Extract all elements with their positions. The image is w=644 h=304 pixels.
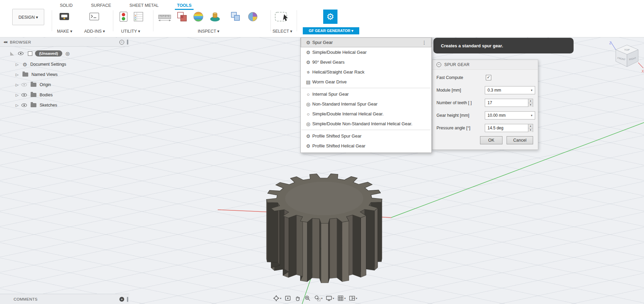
menu-item-profile-shifted-helical-gear[interactable]: ⚙ Profile Shifted Helical Gear xyxy=(301,141,431,151)
inspect-group-label[interactable]: INSPECT ▾ xyxy=(194,29,223,34)
utility-group-label[interactable]: UTILITY ▾ xyxy=(117,29,144,34)
select-icon[interactable] xyxy=(274,10,291,25)
orbit-icon[interactable]: ▾ xyxy=(273,295,281,302)
add-comment-icon[interactable]: + xyxy=(119,297,124,302)
ok-button[interactable]: OK xyxy=(480,136,502,144)
pressure-angle-spinner[interactable]: ▲ ▼ xyxy=(528,124,533,132)
component-color-icon[interactable] xyxy=(247,11,259,24)
browser-row-bodies[interactable]: ▷ Bodies xyxy=(16,91,53,99)
collapse-browser-icon[interactable]: ◀◀ xyxy=(3,41,7,44)
grid-snap-icon[interactable]: ▾ xyxy=(337,295,346,302)
browser-item-label[interactable]: Document Settings xyxy=(30,62,66,67)
cancel-button[interactable]: Cancel xyxy=(507,136,533,144)
addins-scripts-icon[interactable] xyxy=(88,11,100,24)
browser-row-document-settings[interactable]: ▷ ⚙ Document Settings xyxy=(16,60,66,69)
draft-analysis-icon[interactable] xyxy=(209,10,221,24)
comments-scrollbar[interactable] xyxy=(127,297,128,302)
addins-group-label[interactable]: ADD-INS ▾ xyxy=(80,29,109,34)
expander-icon[interactable]: ▷ xyxy=(16,93,18,97)
chevron-down-icon[interactable]: ▾ xyxy=(356,297,357,300)
spin-down-icon[interactable]: ▼ xyxy=(528,128,533,132)
pressure-angle-input[interactable]: 14.5 deg xyxy=(485,124,528,132)
zoom-icon[interactable] xyxy=(304,295,311,302)
tab-solid[interactable]: SOLID xyxy=(60,3,73,8)
eye-icon[interactable] xyxy=(21,103,27,107)
display-settings-icon[interactable]: ▾ xyxy=(326,295,334,302)
view-cube[interactable]: Z X TOP FRONT RIGHT xyxy=(608,40,644,78)
chevron-down-icon[interactable]: ▾ xyxy=(280,297,281,300)
browser-item-label[interactable]: Named Views xyxy=(31,72,57,77)
look-at-icon[interactable] xyxy=(284,295,291,302)
menu-separator xyxy=(301,130,431,130)
pan-icon[interactable] xyxy=(294,295,301,302)
menu-item-label: Worm Gear Drive xyxy=(312,79,347,84)
menu-item-label: Profile Shifted Helical Gear xyxy=(312,143,365,148)
menu-item-helical-straight-gear-rack[interactable]: ≡ Helical/Straight Gear Rack xyxy=(301,67,431,77)
spin-down-icon[interactable]: ▼ xyxy=(528,103,533,107)
root-document-label[interactable]: (Unsaved) xyxy=(35,50,62,57)
browser-row-sketches[interactable]: ▷ Sketches xyxy=(16,101,57,110)
spin-up-icon[interactable]: ▲ xyxy=(528,99,533,103)
expander-icon[interactable]: ▷ xyxy=(16,62,18,67)
menu-item-simple-double-internal-helical-gear[interactable]: ○ Simple/Double Internal Helical Gear. xyxy=(301,109,431,119)
select-group-label[interactable]: SELECT ▾ xyxy=(268,29,297,34)
gear-height-dropdown[interactable]: 10.00 mm ▾ xyxy=(485,111,535,119)
menu-item-spur-gear[interactable]: ⚙ Spur Gear ⋮ xyxy=(301,37,431,47)
menu-item-simple-double-helical-gear[interactable]: ⚙ Simple/Double Helical Gear xyxy=(301,47,431,57)
more-options-icon[interactable]: ⋮ xyxy=(420,40,428,45)
zoom-window-icon[interactable]: ▾ xyxy=(314,295,323,302)
number-of-teeth-input[interactable]: 17 xyxy=(485,99,528,107)
pressure-angle-label: Pressure angle [°] xyxy=(436,126,470,130)
make-3d-print-icon[interactable] xyxy=(59,11,70,24)
spur-gear-3d-model[interactable] xyxy=(266,174,382,283)
chevron-down-icon[interactable]: ▾ xyxy=(344,297,346,300)
spin-up-icon[interactable]: ▲ xyxy=(528,124,533,128)
menu-item-profile-shifted-spur-gear[interactable]: ⚙ Profile Shifted Spur Gear xyxy=(301,131,431,141)
section-analysis-icon[interactable] xyxy=(230,11,242,24)
menu-item-worm-gear-drive[interactable]: ▤ Worm Gear Drive xyxy=(301,77,431,87)
expander-icon[interactable]: ▷ xyxy=(16,73,18,77)
measure-icon[interactable] xyxy=(157,14,172,23)
gear-generator-icon[interactable]: ⚙ xyxy=(323,10,337,24)
menu-item-90-bevel-gears[interactable]: ⚙ 90° Bevel Gears xyxy=(301,57,431,67)
dialog-header[interactable]: − SPUR GEAR xyxy=(432,60,538,70)
browser-item-label[interactable]: Origin xyxy=(39,82,51,87)
tab-tools[interactable]: TOOLS xyxy=(177,3,192,8)
expander-icon[interactable]: ▷ xyxy=(16,83,18,87)
browser-row-named-views[interactable]: ▷ Named Views xyxy=(16,70,57,79)
utility-traffic-light-icon[interactable] xyxy=(118,11,129,24)
menu-item-simple-double-non-standard-internal-helical-gear[interactable]: ◎ Simple/Double Non-Standard Internal He… xyxy=(301,119,431,129)
tab-surface[interactable]: SURFACE xyxy=(91,3,111,8)
dialog-collapse-icon[interactable]: − xyxy=(436,62,441,67)
number-of-teeth-spinner[interactable]: ▲ ▼ xyxy=(528,99,533,107)
make-group-label[interactable]: MAKE ▾ xyxy=(54,29,76,34)
interference-icon[interactable] xyxy=(176,11,188,24)
eye-icon[interactable] xyxy=(21,83,27,86)
fast-compute-checkbox[interactable]: ✓ xyxy=(486,75,491,80)
browser-scrollbar[interactable] xyxy=(127,39,128,45)
curvature-analysis-icon[interactable] xyxy=(193,11,204,24)
menu-item-internal-spur-gear[interactable]: ○ Internal Spur Gear xyxy=(301,89,431,99)
chevron-down-icon[interactable]: ▾ xyxy=(531,114,532,117)
browser-collapse-all-icon[interactable]: − xyxy=(119,40,124,45)
viewports-icon[interactable]: ▾ xyxy=(349,295,357,302)
tab-sheet-metal[interactable]: SHEET METAL xyxy=(130,3,159,8)
menu-item-non-standard-internal-spur-gear[interactable]: ◎ Non-Standard Internal Spur Gear xyxy=(301,99,431,109)
chevron-down-icon[interactable]: ▾ xyxy=(333,297,334,300)
eye-icon[interactable] xyxy=(21,93,27,97)
activate-component-radio[interactable]: ◎ xyxy=(66,51,70,56)
design-workspace-menu[interactable]: DESIGN ▾ xyxy=(12,9,44,25)
utility-spreadsheet-icon[interactable] xyxy=(133,11,144,24)
browser-item-label[interactable]: Sketches xyxy=(39,103,57,108)
expander-icon[interactable]: ▷ xyxy=(16,103,18,108)
gear-generator-menu-button[interactable]: GF GEAR GENERATOR ▾ xyxy=(303,27,359,34)
z-axis-label: Z xyxy=(609,41,611,45)
browser-root-row[interactable]: (Unsaved) ◎ xyxy=(10,49,70,58)
browser-row-origin[interactable]: ▷ Origin xyxy=(16,80,51,89)
chevron-down-icon[interactable]: ▾ xyxy=(531,89,532,92)
chevron-down-icon[interactable]: ▾ xyxy=(321,297,323,300)
browser-title: BROWSER xyxy=(10,40,31,44)
browser-item-label[interactable]: Bodies xyxy=(39,93,52,97)
module-dropdown[interactable]: 0.3 mm ▾ xyxy=(485,86,535,94)
eye-icon[interactable] xyxy=(18,52,23,55)
